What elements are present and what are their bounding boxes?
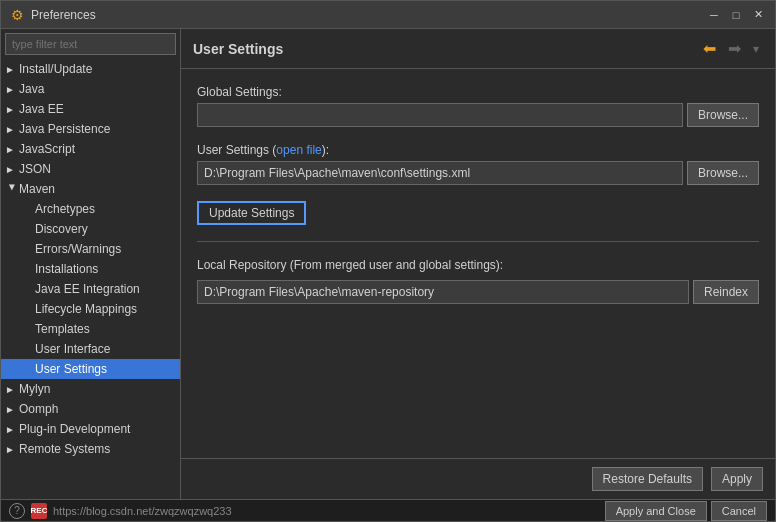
sidebar-item-remote-systems[interactable]: ► Remote Systems xyxy=(1,439,180,459)
sidebar-item-archetypes[interactable]: Archetypes xyxy=(1,199,180,219)
page-title: User Settings xyxy=(193,41,283,57)
content-body: Global Settings: Browse... User Settings… xyxy=(181,69,775,458)
arrow-icon xyxy=(21,264,35,275)
apply-close-button[interactable]: Apply and Close xyxy=(605,501,707,521)
local-repo-input[interactable] xyxy=(197,280,689,304)
restore-button[interactable]: □ xyxy=(727,6,745,24)
sidebar-item-plug-in-development[interactable]: ► Plug-in Development xyxy=(1,419,180,439)
sidebar-item-oomph[interactable]: ► Oomph xyxy=(1,399,180,419)
arrow-icon: ► xyxy=(5,64,19,75)
sidebar-item-json[interactable]: ► JSON xyxy=(1,159,180,179)
preferences-window: ⚙ Preferences ─ □ ✕ ► Install/Update ► J… xyxy=(0,0,776,522)
global-settings-input[interactable] xyxy=(197,103,683,127)
user-settings-browse-button[interactable]: Browse... xyxy=(687,161,759,185)
main-content: ► Install/Update ► Java ► Java EE ► Java… xyxy=(1,29,775,499)
restore-defaults-button[interactable]: Restore Defaults xyxy=(592,467,703,491)
status-bar: ? REC https://blog.csdn.net/zwqzwqzwq233… xyxy=(1,499,775,521)
tree-area: ► Install/Update ► Java ► Java EE ► Java… xyxy=(1,59,180,499)
forward-button[interactable]: ➡ xyxy=(724,37,745,60)
sidebar-item-mylyn[interactable]: ► Mylyn xyxy=(1,379,180,399)
close-button[interactable]: ✕ xyxy=(749,6,767,24)
content-footer: Restore Defaults Apply xyxy=(181,458,775,499)
sidebar-item-discovery[interactable]: Discovery xyxy=(1,219,180,239)
arrow-icon xyxy=(21,204,35,215)
sidebar-item-user-interface[interactable]: User Interface xyxy=(1,339,180,359)
arrow-icon: ► xyxy=(5,84,19,95)
status-url: https://blog.csdn.net/zwqzwqzwq233 xyxy=(53,505,232,517)
filter-input[interactable] xyxy=(5,33,176,55)
arrow-icon: ► xyxy=(5,164,19,175)
arrow-icon: ► xyxy=(5,104,19,115)
sidebar: ► Install/Update ► Java ► Java EE ► Java… xyxy=(1,29,181,499)
sidebar-item-user-settings[interactable]: User Settings xyxy=(1,359,180,379)
sidebar-item-javascript[interactable]: ► JavaScript xyxy=(1,139,180,159)
section-divider xyxy=(197,241,759,242)
arrow-icon: ► xyxy=(5,144,19,155)
local-repo-label: Local Repository (From merged user and g… xyxy=(197,258,759,272)
sidebar-item-java-ee-integration[interactable]: Java EE Integration xyxy=(1,279,180,299)
help-icon[interactable]: ? xyxy=(9,503,25,519)
window-controls: ─ □ ✕ xyxy=(705,6,767,24)
content-area: User Settings ⬅ ➡ ▾ Global Settings: Bro… xyxy=(181,29,775,499)
minimize-button[interactable]: ─ xyxy=(705,6,723,24)
user-settings-row: Browse... xyxy=(197,161,759,185)
global-settings-label: Global Settings: xyxy=(197,85,759,99)
apply-button[interactable]: Apply xyxy=(711,467,763,491)
sidebar-item-errors-warnings[interactable]: Errors/Warnings xyxy=(1,239,180,259)
reindex-button[interactable]: Reindex xyxy=(693,280,759,304)
global-settings-browse-button[interactable]: Browse... xyxy=(687,103,759,127)
arrow-icon xyxy=(21,224,35,235)
open-file-link[interactable]: open file xyxy=(276,143,321,157)
app-icon: ⚙ xyxy=(9,7,25,23)
user-settings-label: User Settings (open file): xyxy=(197,143,759,157)
local-repo-row: Reindex xyxy=(197,280,759,304)
user-settings-group: User Settings (open file): Browse... xyxy=(197,143,759,185)
sidebar-item-java-ee[interactable]: ► Java EE xyxy=(1,99,180,119)
sidebar-item-maven[interactable]: ► Maven xyxy=(1,179,180,199)
sidebar-item-lifecycle-mappings[interactable]: Lifecycle Mappings xyxy=(1,299,180,319)
rec-icon: REC xyxy=(31,503,47,519)
content-header: User Settings ⬅ ➡ ▾ xyxy=(181,29,775,69)
arrow-icon xyxy=(21,344,35,355)
arrow-icon xyxy=(21,324,35,335)
arrow-icon xyxy=(21,284,35,295)
back-button[interactable]: ⬅ xyxy=(699,37,720,60)
cancel-button[interactable]: Cancel xyxy=(711,501,767,521)
status-left: ? REC https://blog.csdn.net/zwqzwqzwq233 xyxy=(9,503,232,519)
arrow-icon: ► xyxy=(5,424,19,435)
footer-bottom: ? REC https://blog.csdn.net/zwqzwqzwq233… xyxy=(9,501,767,521)
nav-buttons: ⬅ ➡ ▾ xyxy=(699,37,763,60)
bottom-buttons: Apply and Close Cancel xyxy=(605,501,767,521)
sidebar-item-installations[interactable]: Installations xyxy=(1,259,180,279)
title-bar: ⚙ Preferences ─ □ ✕ xyxy=(1,1,775,29)
arrow-icon: ► xyxy=(5,124,19,135)
sidebar-item-java-persistence[interactable]: ► Java Persistence xyxy=(1,119,180,139)
arrow-icon: ► xyxy=(5,404,19,415)
global-settings-row: Browse... xyxy=(197,103,759,127)
arrow-icon xyxy=(21,364,35,375)
user-settings-input[interactable] xyxy=(197,161,683,185)
window-title: Preferences xyxy=(31,8,705,22)
arrow-icon xyxy=(21,244,35,255)
arrow-icon: ► xyxy=(5,444,19,455)
local-repo-group: Local Repository (From merged user and g… xyxy=(197,258,759,304)
sidebar-item-install-update[interactable]: ► Install/Update xyxy=(1,59,180,79)
global-settings-group: Global Settings: Browse... xyxy=(197,85,759,127)
arrow-icon xyxy=(21,304,35,315)
nav-dropdown-button[interactable]: ▾ xyxy=(749,40,763,58)
sidebar-item-java[interactable]: ► Java xyxy=(1,79,180,99)
arrow-icon: ► xyxy=(5,384,19,395)
update-settings-button[interactable]: Update Settings xyxy=(197,201,306,225)
arrow-icon: ► xyxy=(7,182,18,196)
update-settings-group: Update Settings xyxy=(197,201,759,225)
sidebar-item-templates[interactable]: Templates xyxy=(1,319,180,339)
